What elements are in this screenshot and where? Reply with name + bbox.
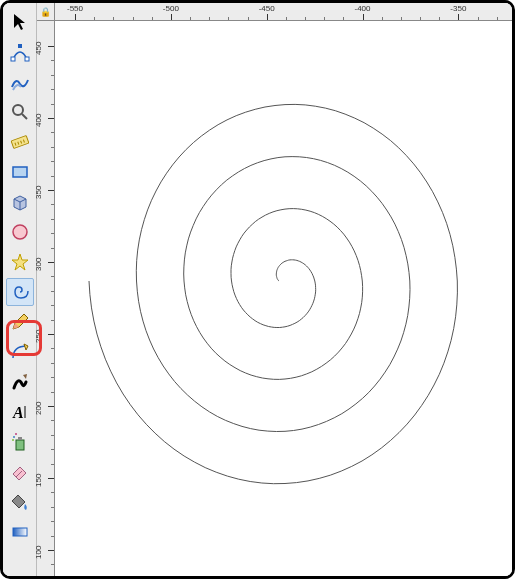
horizontal-ruler[interactable]: -550-500-450-400-350	[55, 3, 512, 21]
ruler-h-label: -400	[354, 4, 370, 13]
bezier-tool[interactable]	[6, 338, 34, 366]
ruler-v-label: 200	[34, 402, 43, 415]
eraser-icon	[10, 462, 30, 482]
box3d-icon	[10, 192, 30, 212]
svg-point-3	[13, 105, 23, 115]
calligraphy-icon	[10, 372, 30, 392]
circle-icon	[10, 222, 30, 242]
svg-rect-10	[13, 167, 27, 177]
svg-rect-5	[11, 136, 29, 149]
measure-icon	[10, 132, 30, 152]
ruler-h-label: -350	[450, 4, 466, 13]
tweak-icon	[10, 72, 30, 92]
tweak-tool[interactable]	[6, 68, 34, 96]
rectangle-tool[interactable]	[6, 158, 34, 186]
ruler-v-label: 250	[34, 330, 43, 343]
svg-point-17	[15, 433, 17, 435]
spray-icon	[10, 432, 30, 452]
fill-icon	[10, 492, 30, 512]
svg-line-4	[22, 114, 27, 119]
svg-rect-2	[18, 44, 22, 48]
ruler-v-label: 450	[34, 42, 43, 55]
star-icon	[10, 252, 30, 272]
svg-rect-19	[13, 528, 27, 536]
ruler-v-label: 350	[34, 186, 43, 199]
zoom-tool[interactable]	[6, 98, 34, 126]
calligraphy-tool[interactable]	[6, 368, 34, 396]
ruler-h-label: -500	[163, 4, 179, 13]
bezier-icon	[10, 342, 30, 362]
svg-point-11	[13, 225, 27, 239]
ruler-v-label: 400	[34, 114, 43, 127]
rect-icon	[10, 162, 30, 182]
node-tool[interactable]	[6, 38, 34, 66]
lock-icon: 🔒	[40, 7, 51, 17]
selector-tool[interactable]	[6, 8, 34, 36]
spiral-drawing	[55, 21, 512, 576]
pencil-icon	[10, 312, 30, 332]
ruler-v-label: 300	[34, 258, 43, 271]
ruler-h-label: -550	[67, 4, 83, 13]
spiral-tool[interactable]	[6, 278, 34, 306]
pencil-tool[interactable]	[6, 308, 34, 336]
spray-tool[interactable]	[6, 428, 34, 456]
text-tool[interactable]: A	[6, 398, 34, 426]
gradient-icon	[10, 522, 30, 542]
node-icon	[10, 42, 30, 62]
selector-icon	[10, 12, 30, 32]
3dbox-tool[interactable]	[6, 188, 34, 216]
svg-point-18	[12, 439, 14, 441]
zoom-icon	[10, 102, 30, 122]
svg-text:A: A	[12, 404, 24, 421]
circle-tool[interactable]	[6, 218, 34, 246]
ruler-v-label: 150	[34, 474, 43, 487]
ruler-corner[interactable]: 🔒	[37, 3, 55, 21]
fill-tool[interactable]	[6, 488, 34, 516]
measure-tool[interactable]	[6, 128, 34, 156]
eraser-tool[interactable]	[6, 458, 34, 486]
canvas-area: 🔒 -550-500-450-400-350 45040035030025020…	[37, 3, 512, 576]
svg-rect-14	[16, 440, 24, 450]
svg-rect-0	[11, 57, 15, 61]
gradient-tool[interactable]	[6, 518, 34, 546]
svg-rect-1	[25, 57, 29, 61]
ruler-h-label: -450	[259, 4, 275, 13]
vertical-ruler[interactable]: 450400350300250200150100	[37, 21, 55, 576]
star-tool[interactable]	[6, 248, 34, 276]
svg-point-16	[13, 436, 15, 438]
canvas[interactable]	[55, 21, 512, 576]
spiral-icon	[10, 282, 30, 302]
toolbox: A	[3, 3, 37, 576]
svg-rect-15	[18, 437, 22, 440]
text-icon: A	[10, 402, 30, 422]
ruler-v-label: 100	[34, 546, 43, 559]
